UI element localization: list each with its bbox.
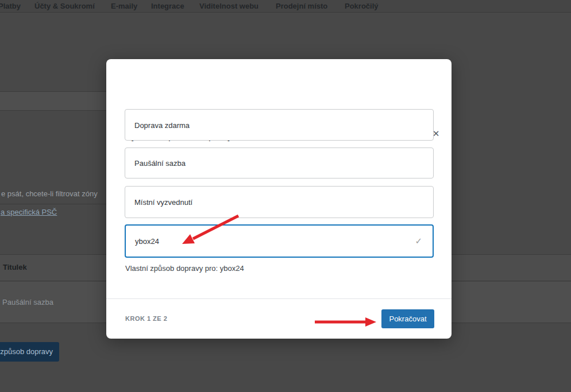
tab-integrace[interactable]: Integrace	[151, 0, 184, 12]
specific-postcodes-link[interactable]: a specifická PSČ	[1, 208, 57, 216]
tab-emaily[interactable]: E-maily	[111, 0, 137, 12]
tab-prodejni-misto[interactable]: Prodejní místo	[276, 0, 327, 12]
tab-pokrocily[interactable]: Pokročilý	[345, 0, 379, 12]
tab-ucty-soukromi[interactable]: Účty & Soukromí	[34, 0, 95, 12]
add-shipping-method-button[interactable]: způsob dopravy	[0, 342, 59, 362]
continue-button[interactable]: Pokračovat	[381, 309, 434, 328]
option-doprava-zdarma[interactable]: Doprava zdarma	[125, 109, 434, 141]
zone-filter-hint: e psát, chcete-li filtrovat zóny	[1, 189, 98, 198]
settings-tab-bar: Platby Účty & Soukromí E-maily Integrace…	[0, 0, 571, 13]
column-title: Titulek	[3, 263, 27, 271]
method-name: Paušální sazba	[2, 298, 53, 306]
check-icon: ✓	[415, 236, 422, 246]
tab-viditelnost-webu[interactable]: Viditelnost webu	[199, 0, 259, 12]
step-indicator: KROK 1 ZE 2	[125, 315, 167, 322]
option-ybox24-selected[interactable]: ybox24 ✓	[125, 224, 434, 258]
custom-method-helper-text: Vlastní způsob dopravy pro: ybox24	[125, 264, 244, 273]
option-label: Místní vyzvednutí	[134, 198, 192, 207]
footer-divider	[106, 298, 452, 299]
option-mistni-vyzvednuti[interactable]: Místní vyzvednutí	[125, 186, 434, 218]
option-pausalni-sazba[interactable]: Paušální sazba	[125, 148, 434, 178]
screen: Platby Účty & Soukromí E-maily Integrace…	[0, 0, 571, 392]
tab-platby[interactable]: Platby	[0, 0, 21, 12]
create-shipping-method-modal: Vytvořte způsob dopravy ✕ Doprava zdarma…	[106, 59, 452, 339]
option-label: Doprava zdarma	[134, 121, 190, 129]
option-label: ybox24	[135, 237, 159, 246]
option-label: Paušální sazba	[134, 159, 186, 168]
